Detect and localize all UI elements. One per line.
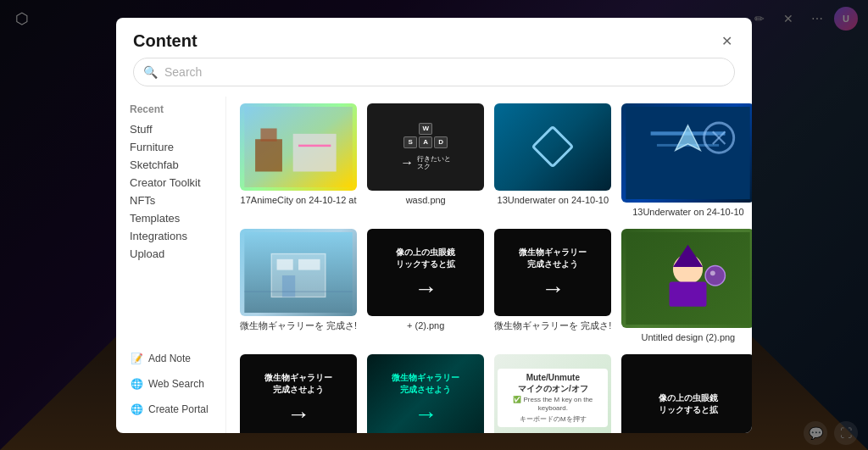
grid-item-black2[interactable]: 微生物ギャラリー完成させよう → 微生物ギャラリーを 完成さ! [494, 229, 611, 344]
grid-label-wasd: wasd.png [367, 194, 484, 206]
grid-item-black3[interactable]: 微生物ギャラリー完成させよう → 微生物ギャラリーを 完成さ! [240, 354, 357, 433]
sidebar-item-stuff[interactable]: Stuff [130, 120, 212, 138]
grid-label-underwater1: 13Underwater on 24-10-10 [494, 194, 611, 206]
modal-overlay: Content ✕ 🔍 Recent Stuff Furniture Sketc… [0, 0, 868, 450]
modal-body: Recent Stuff Furniture Sketchfab Creator… [116, 97, 752, 433]
thumb-mute: Mute/Unmuteマイクのオン/オフ ✅ Press the M key o… [494, 354, 611, 433]
web-search-label: Web Search [148, 378, 204, 390]
svg-rect-15 [298, 258, 320, 269]
search-input[interactable] [133, 58, 735, 86]
thumb-black4: 像の上の虫眼鏡リックすると拡 [621, 354, 752, 433]
thumb-teal: 微生物ギャラリー完成させよう → [367, 354, 484, 433]
modal-title: Content [133, 31, 198, 51]
key-d: D [434, 136, 448, 148]
svg-rect-16 [282, 275, 295, 297]
grid-label-witch: Untitled design (2).png [621, 331, 752, 343]
mute-content: Mute/Unmuteマイクのオン/オフ ✅ Press the M key o… [498, 369, 608, 427]
sidebar-item-nfts[interactable]: NFTs [130, 192, 212, 209]
thumb-black3: 微生物ギャラリー完成させよう → [240, 354, 357, 433]
grid-label-black1: + (2).png [367, 319, 484, 331]
add-note-icon: 📝 [130, 352, 143, 365]
key-s: S [403, 136, 417, 148]
content-modal: Content ✕ 🔍 Recent Stuff Furniture Sketc… [116, 18, 752, 433]
grid-item-building[interactable]: 微生物ギャラリーを 完成さ! [240, 229, 357, 344]
grid-item-black4[interactable]: 像の上の虫眼鏡リックすると拡 像の上の虫眼鏡 リックすると拡 [621, 354, 752, 433]
content-area: 17AnimeCity on 24-10-12 at W S A [226, 97, 752, 433]
grid-item-wasd[interactable]: W S A D → 行きたいとスク [367, 103, 484, 219]
svg-rect-5 [626, 107, 750, 200]
grid-label-anime: 17AnimeCity on 24-10-12 at [240, 194, 357, 206]
svg-rect-1 [255, 139, 282, 171]
sidebar: Recent Stuff Furniture Sketchfab Creator… [116, 97, 226, 433]
content-grid: 17AnimeCity on 24-10-12 at W S A [240, 103, 738, 433]
create-portal-icon: 🌐 [130, 403, 143, 416]
grid-item-teal[interactable]: 微生物ギャラリー完成させよう → 微生物ギャラリーを 完成さ! [367, 354, 484, 433]
thumb-underwater2 [621, 103, 752, 203]
sidebar-item-sketchfab[interactable]: Sketchfab [130, 156, 212, 174]
web-search-icon: 🌐 [130, 377, 143, 391]
grid-item-underwater1[interactable]: 13Underwater on 24-10-10 [494, 103, 611, 219]
thumb-underwater1 [494, 103, 611, 192]
svg-rect-2 [260, 128, 276, 141]
sidebar-item-templates[interactable]: Templates [130, 209, 212, 227]
sidebar-nav: Recent Stuff Furniture Sketchfab Creator… [130, 103, 212, 263]
svg-rect-21 [670, 281, 707, 306]
thumb-black2: 微生物ギャラリー完成させよう → [494, 229, 611, 317]
search-input-wrap: 🔍 [133, 58, 735, 86]
sidebar-item-furniture[interactable]: Furniture [130, 138, 212, 156]
sidebar-recent-label: Recent [130, 103, 212, 115]
sidebar-item-creator-toolkit[interactable]: Creator Toolkit [130, 174, 212, 192]
grid-label-building: 微生物ギャラリーを 完成さ! [240, 319, 357, 331]
svg-point-23 [710, 270, 715, 275]
grid-label-underwater2: 13Underwater on 24-10-10 [621, 206, 752, 218]
svg-point-22 [705, 265, 725, 285]
search-bar: 🔍 [116, 58, 752, 97]
grid-item-anime[interactable]: 17AnimeCity on 24-10-12 at [240, 103, 357, 219]
grid-item-underwater2[interactable]: 13Underwater on 24-10-10 [621, 103, 752, 219]
thumb-witch [621, 229, 752, 329]
thumb-anime [240, 103, 357, 192]
thumb-wasd: W S A D → 行きたいとスク [367, 103, 484, 192]
key-w: W [419, 123, 432, 135]
svg-rect-14 [277, 258, 293, 269]
search-icon: 🔍 [143, 65, 158, 79]
modal-header: Content ✕ [116, 18, 752, 58]
add-note-button[interactable]: 📝 Add Note [130, 348, 212, 369]
svg-rect-3 [293, 133, 337, 171]
modal-close-button[interactable]: ✕ [718, 32, 735, 49]
svg-rect-4 [298, 144, 331, 147]
thumb-building [240, 229, 357, 317]
create-portal-label: Create Portal [148, 403, 209, 415]
create-portal-button[interactable]: 🌐 Create Portal [130, 399, 212, 419]
grid-item-witch[interactable]: Untitled design (2).png [621, 229, 752, 344]
grid-item-black1[interactable]: 像の上の虫眼鏡リックすると拡 → + (2).png [367, 229, 484, 344]
sidebar-footer: 📝 Add Note 🌐 Web Search 🌐 Create Portal [130, 348, 212, 426]
sidebar-item-upload[interactable]: Upload [130, 245, 212, 263]
grid-label-black2: 微生物ギャラリーを 完成さ! [494, 319, 611, 331]
sidebar-item-integrations[interactable]: Integrations [130, 227, 212, 245]
key-a: A [419, 136, 432, 148]
grid-item-mute[interactable]: Mute/Unmuteマイクのオン/オフ ✅ Press the M key o… [494, 354, 611, 433]
thumb-black1: 像の上の虫眼鏡リックすると拡 → [367, 229, 484, 317]
web-search-button[interactable]: 🌐 Web Search [130, 374, 212, 394]
add-note-label: Add Note [148, 353, 191, 364]
